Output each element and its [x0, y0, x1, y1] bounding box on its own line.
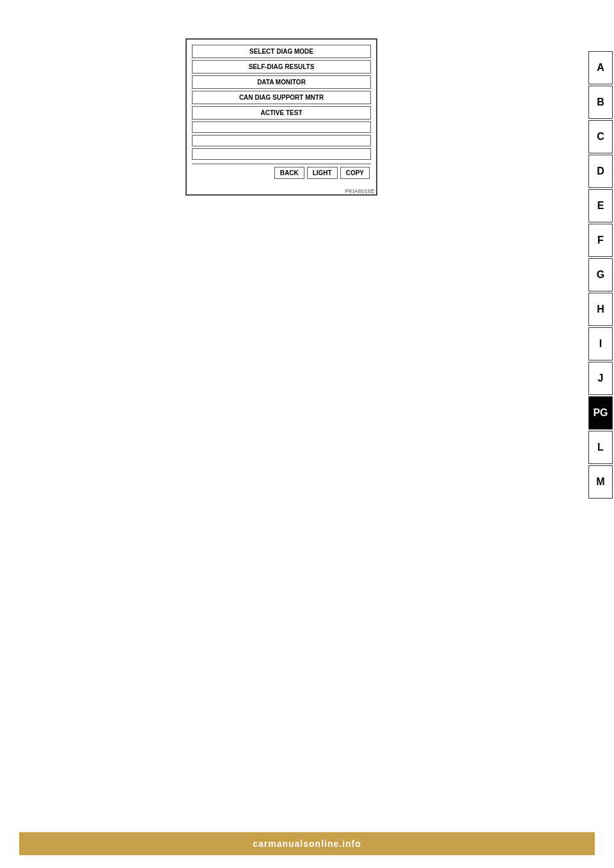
diag-screen: SELECT DIAG MODE SELF-DIAG RESULTS DATA … [185, 38, 377, 196]
diag-screen-inner: SELECT DIAG MODE SELF-DIAG RESULTS DATA … [187, 40, 376, 187]
diag-copy-button[interactable]: COPY [340, 167, 370, 179]
diag-menu-active-test[interactable]: ACTIVE TEST [192, 106, 371, 120]
sidebar-tab-e[interactable]: E [588, 189, 613, 222]
sidebar-tab-i[interactable]: I [588, 327, 613, 360]
sidebar-tabs: A B C D E F G H I J PG L M [588, 51, 614, 500]
watermark-text: carmanualsonline.info [253, 839, 361, 849]
diag-image-label: PKIA6016E [187, 188, 376, 194]
sidebar-tab-a[interactable]: A [588, 51, 613, 84]
diag-menu-select-diag-mode[interactable]: SELECT DIAG MODE [192, 45, 371, 58]
sidebar-tab-j[interactable]: J [588, 362, 613, 395]
sidebar-tab-d[interactable]: D [588, 155, 613, 188]
sidebar-tab-pg[interactable]: PG [588, 396, 613, 430]
diag-bottom-toolbar: BACK LIGHT COPY [192, 164, 371, 182]
watermark-bar-container: carmanualsonline.info [0, 832, 614, 855]
diag-menu-data-monitor[interactable]: DATA MONITOR [192, 75, 371, 89]
sidebar-tab-b[interactable]: B [588, 86, 613, 119]
diag-menu-self-diag-results[interactable]: SELF-DIAG RESULTS [192, 60, 371, 74]
diag-light-button[interactable]: LIGHT [307, 167, 338, 179]
diag-back-button[interactable]: BACK [274, 167, 304, 179]
diag-blank-row-2 [192, 135, 371, 146]
diag-blank-row-1 [192, 121, 371, 133]
sidebar-tab-h[interactable]: H [588, 293, 613, 326]
sidebar-tab-l[interactable]: L [588, 431, 613, 464]
sidebar-tab-f[interactable]: F [588, 224, 613, 257]
watermark-bar: carmanualsonline.info [19, 832, 595, 855]
diag-blank-row-3 [192, 148, 371, 160]
sidebar-tab-g[interactable]: G [588, 258, 613, 291]
sidebar-tab-m[interactable]: M [588, 465, 613, 499]
sidebar-tab-c[interactable]: C [588, 120, 613, 153]
diag-menu-can-diag[interactable]: CAN DIAG SUPPORT MNTR [192, 91, 371, 104]
